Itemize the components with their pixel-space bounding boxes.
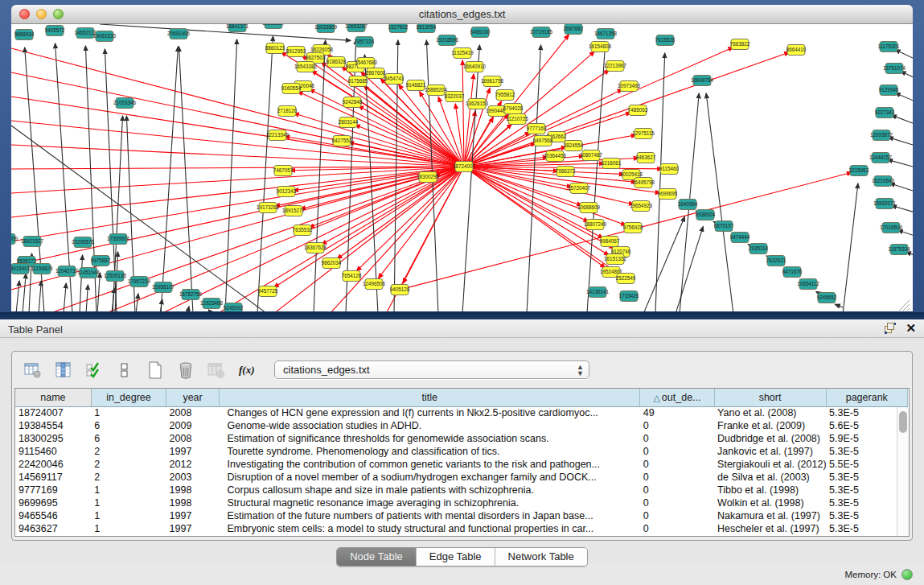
table-cell[interactable]: 1 xyxy=(91,509,166,522)
network-edge[interactable] xyxy=(655,53,665,311)
network-node[interactable]: 9777169 xyxy=(527,124,547,134)
network-node[interactable]: 16210643 xyxy=(872,176,895,187)
network-node[interactable]: 9405128 xyxy=(390,285,410,295)
network-edge[interactable] xyxy=(892,206,913,212)
network-node[interactable]: 9862034 xyxy=(322,258,342,269)
network-node[interactable]: 3824554 xyxy=(564,141,584,151)
table-cell[interactable]: 1997 xyxy=(166,509,220,522)
table-cell[interactable]: Stergiakouli et al. (2012) xyxy=(714,458,826,471)
network-node[interactable]: 1527602 xyxy=(388,24,409,33)
network-node[interactable]: 7615526 xyxy=(655,35,676,46)
network-node[interactable]: 20691406 xyxy=(167,29,191,39)
network-edge[interactable] xyxy=(39,281,41,311)
table-cell[interactable]: 9463627 xyxy=(15,522,91,535)
table-cell[interactable]: 14569117 xyxy=(15,471,91,484)
table-row[interactable]: 1938455462009Genome-wide association stu… xyxy=(15,419,908,432)
network-node[interactable]: 21053346 xyxy=(113,98,137,109)
network-node[interactable]: 6497568 xyxy=(533,136,553,146)
table-cell[interactable]: 1998 xyxy=(166,484,220,496)
network-node[interactable]: 12213349 xyxy=(266,130,290,141)
network-canvas[interactable]: 9868934940557214652113190615332069140618… xyxy=(11,24,913,311)
network-node[interactable]: 19654923 xyxy=(630,201,653,212)
table-cell[interactable]: Embryonic stem cells: a model to study s… xyxy=(220,522,640,535)
table-cell[interactable]: Tourette syndrome. Phenomenology and cla… xyxy=(220,445,640,458)
table-cell[interactable]: 6 xyxy=(91,432,166,445)
network-node[interactable]: 18724007 xyxy=(453,162,476,172)
network-node[interactable]: 14136141 xyxy=(586,287,610,298)
network-edge[interactable] xyxy=(23,274,26,311)
network-node[interactable]: 9160554 xyxy=(281,84,302,94)
table-cell[interactable]: 9115460 xyxy=(15,445,91,458)
network-node[interactable]: 10688609 xyxy=(577,203,601,213)
network-node[interactable]: 9115460 xyxy=(659,164,680,175)
network-node[interactable]: 14671358 xyxy=(594,29,618,39)
network-edge[interactable] xyxy=(217,167,464,311)
network-node[interactable]: 7654128 xyxy=(342,271,362,282)
window-titlebar[interactable]: citations_edges.txt xyxy=(11,5,913,24)
network-node[interactable]: 8454743 xyxy=(384,74,405,84)
network-edge[interactable] xyxy=(187,307,189,311)
table-row[interactable]: 977716911998Corpus callosum shape and si… xyxy=(15,484,908,496)
network-node[interactable]: 16648784 xyxy=(691,76,714,86)
network-node[interactable]: 16033809 xyxy=(314,24,338,33)
table-cell[interactable]: 2003 xyxy=(166,471,220,484)
table-row[interactable]: 1830029562008Estimation of significance … xyxy=(15,432,908,445)
table-cell[interactable]: 5.6E-5 xyxy=(826,419,907,432)
table-cell[interactable]: 5.3E-5 xyxy=(826,484,907,496)
table-cell[interactable]: 9465546 xyxy=(15,509,91,522)
delete-trash-icon[interactable] xyxy=(176,360,195,380)
table-cell[interactable]: 5.9E-5 xyxy=(826,432,907,445)
network-node[interactable]: 9474444 xyxy=(730,233,750,243)
network-edge[interactable] xyxy=(113,116,123,311)
table-cell[interactable]: 1997 xyxy=(166,445,220,458)
table-cell[interactable]: 18724007 xyxy=(15,406,91,419)
network-node[interactable]: 10719185 xyxy=(530,27,553,38)
network-node[interactable]: 7635532 xyxy=(293,225,313,236)
network-node[interactable]: 12923468 xyxy=(200,299,224,309)
table-cell[interactable]: 18300295 xyxy=(15,432,91,445)
table-cell[interactable]: 0 xyxy=(640,458,714,471)
network-node[interactable]: 9868934 xyxy=(14,30,35,40)
show-columns-icon[interactable] xyxy=(54,360,73,380)
network-node[interactable]: 1733426 xyxy=(619,291,639,302)
resize-grip-icon[interactable] xyxy=(899,300,910,311)
network-node[interactable]: 9457725 xyxy=(258,286,278,297)
network-node[interactable]: 10653287 xyxy=(345,24,368,32)
network-node[interactable]: 16961758 xyxy=(481,76,504,87)
table-cell[interactable]: Investigating the contribution of common… xyxy=(220,458,640,471)
table-cell[interactable]: 6 xyxy=(91,419,166,432)
network-node[interactable]: 19061533 xyxy=(93,31,117,42)
network-edge[interactable] xyxy=(462,60,464,167)
table-row[interactable]: 1456911722003Disruption of a novel membe… xyxy=(15,471,908,484)
table-cell[interactable]: 5.3E-5 xyxy=(826,471,907,484)
network-node[interactable]: 6216061 xyxy=(602,159,622,169)
network-node[interactable]: 9242848 xyxy=(343,97,363,108)
tab-network-table[interactable]: Network Table xyxy=(495,548,587,566)
network-node[interactable]: 10958107 xyxy=(152,282,175,293)
network-edge[interactable] xyxy=(314,40,326,311)
table-cell[interactable]: Estimation of the future numbers of pati… xyxy=(220,509,640,522)
network-edge[interactable] xyxy=(843,183,858,311)
network-node[interactable]: 16782759 xyxy=(179,290,203,300)
network-node[interactable]: 18367628 xyxy=(304,243,327,253)
network-node[interactable]: 10654112 xyxy=(797,279,819,290)
network-node[interactable]: 11451944 xyxy=(77,268,100,278)
network-node[interactable]: 9175685 xyxy=(348,76,368,87)
table-cell[interactable]: 0 xyxy=(640,496,714,509)
table-cell[interactable]: 0 xyxy=(640,445,714,458)
network-node[interactable]: 12093872 xyxy=(870,130,893,141)
network-node[interactable]: 9245092 xyxy=(224,303,244,312)
table-row[interactable]: 2242004622012Investigating the contribut… xyxy=(15,458,908,471)
network-edge[interactable] xyxy=(161,47,178,311)
network-node[interactable]: 9245652 xyxy=(817,293,837,303)
network-node[interactable]: 8186328 xyxy=(326,57,347,68)
table-settings-icon[interactable] xyxy=(23,360,43,380)
table-cell[interactable]: 2008 xyxy=(166,406,220,419)
float-panel-icon[interactable] xyxy=(885,323,896,334)
network-node[interactable]: 8938924 xyxy=(696,210,716,220)
table-cell[interactable]: 22420046 xyxy=(15,458,91,471)
network-node[interactable]: 9463627 xyxy=(636,153,656,163)
network-edge[interactable] xyxy=(403,167,464,283)
network-node[interactable]: 17957234 xyxy=(128,277,151,287)
function-fx-icon[interactable]: f(x) xyxy=(237,360,257,380)
